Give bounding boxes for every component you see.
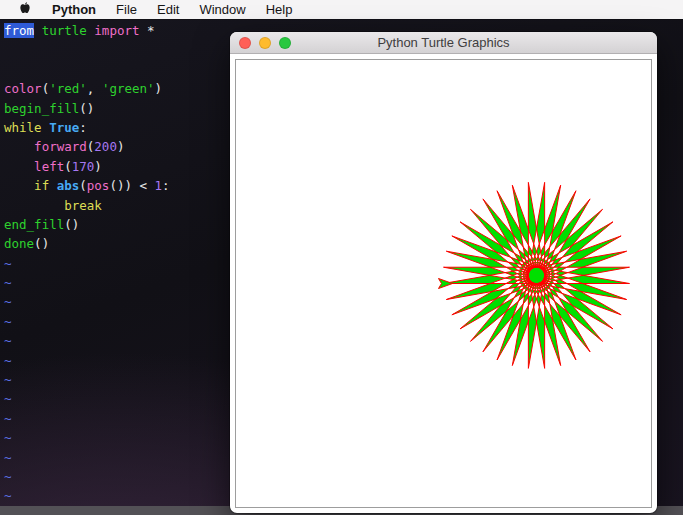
code-line: begin_fill() (4, 99, 230, 118)
turtle-graphics-window: Python Turtle Graphics (230, 32, 657, 513)
turtle-canvas[interactable] (235, 59, 652, 508)
turtle-drawing (236, 60, 651, 507)
vim-tilde: ~ (4, 467, 230, 486)
menu-item-python[interactable]: Python (42, 0, 106, 19)
vim-tilde: ~ (4, 331, 230, 350)
vim-tilde: ~ (4, 428, 230, 447)
code-line: from turtle import * (4, 21, 230, 40)
vim-tilde: ~ (4, 273, 230, 292)
vim-tilde: ~ (4, 292, 230, 311)
turtle-cursor-icon (439, 279, 453, 289)
window-title: Python Turtle Graphics (377, 35, 509, 50)
minimize-button[interactable] (259, 37, 271, 49)
code-line: done() (4, 234, 230, 253)
code-line: left(170) (4, 157, 230, 176)
apple-logo-icon (18, 1, 32, 19)
code-line: color('red', 'green') (4, 79, 230, 98)
code-line: end_fill() (4, 215, 230, 234)
menu-bar: Python File Edit Window Help (0, 0, 683, 19)
vim-tilde: ~ (4, 486, 230, 505)
menu-item-file[interactable]: File (106, 0, 147, 19)
close-button[interactable] (239, 37, 251, 49)
vim-tilde: ~ (4, 389, 230, 408)
code-line (4, 60, 230, 79)
code-line (4, 40, 230, 59)
traffic-lights (239, 32, 291, 53)
menu-item-window[interactable]: Window (189, 0, 255, 19)
apple-menu[interactable] (8, 0, 42, 19)
vim-tilde: ~ (4, 370, 230, 389)
code-line: forward(200) (4, 137, 230, 156)
vim-tilde: ~ (4, 409, 230, 428)
vim-tilde: ~ (4, 448, 230, 467)
code-line: if abs(pos()) < 1: (4, 176, 230, 195)
window-titlebar[interactable]: Python Turtle Graphics (230, 32, 657, 54)
zoom-button[interactable] (279, 37, 291, 49)
vim-tilde: ~ (4, 351, 230, 370)
menu-item-edit[interactable]: Edit (147, 0, 189, 19)
turtle-star-polygon (444, 182, 630, 368)
menu-item-help[interactable]: Help (256, 0, 303, 19)
vim-tilde: ~ (4, 254, 230, 273)
code-line: while True: (4, 118, 230, 137)
desktop-background: Python File Edit Window Help from turtle… (0, 0, 683, 515)
code-line: break (4, 196, 230, 215)
vim-tilde: ~ (4, 312, 230, 331)
vim-editor[interactable]: from turtle import *color('red', 'green'… (4, 21, 230, 505)
